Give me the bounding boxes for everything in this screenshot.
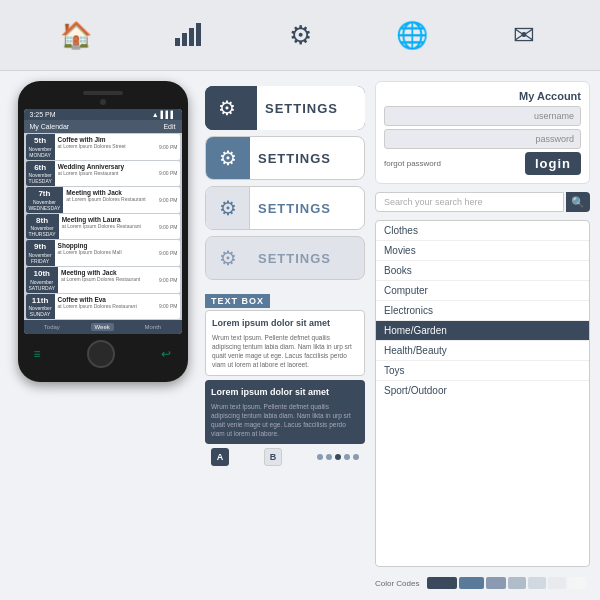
mail-icon[interactable]: ✉ [499,10,549,60]
color-swatch [459,577,484,589]
calendar-event: 7th November WEDNESDAY Meeting with Jack… [26,187,180,213]
color-codes-section: Color Codes [375,575,590,591]
dot-3[interactable] [335,454,341,460]
forgot-password-link[interactable]: forgot password [384,159,441,168]
category-item[interactable]: Books [376,261,589,281]
svg-rect-2 [189,28,194,46]
category-item[interactable]: Movies [376,241,589,261]
dot-5[interactable] [353,454,359,460]
dots-row [317,454,359,460]
category-item[interactable]: Sport/Outdoor [376,381,589,400]
phone-speaker [83,91,123,95]
phone-home-button[interactable] [87,340,115,368]
globe-icon[interactable]: 🌐 [387,10,437,60]
calendar-event: 5th November MONDAY Coffee with Jim at L… [26,134,180,160]
page-letter-b[interactable]: B [264,448,282,466]
color-swatch [427,577,457,589]
textbox-area-2: Lorem ipsum dolor sit amet Wrum text Ips… [205,380,365,444]
category-item[interactable]: Clothes [376,221,589,241]
account-section: My Account username password forgot pass… [375,81,590,184]
svg-rect-3 [196,23,201,46]
back-icon[interactable]: ↩ [161,347,171,361]
phone-camera [100,99,106,105]
search-button[interactable]: 🔍 [566,192,590,212]
account-footer: forgot password login [384,152,581,175]
settings-btn-2[interactable]: ⚙ SETTINGS [205,136,365,180]
settings-btn-3[interactable]: ⚙ SETTINGS [205,186,365,230]
textbox-section: TEXT BOX Lorem ipsum dolor sit amet Wrum… [205,290,365,470]
category-item[interactable]: Toys [376,361,589,381]
tab-today[interactable]: Today [40,323,64,331]
textbox-body-2: Wrum text Ipsum. Pellente defmet qualiis… [211,402,359,438]
calendar-items: 5th November MONDAY Coffee with Jim at L… [24,134,182,319]
calendar-event: 9th November FRIDAY Shopping at Lorem Ip… [26,240,180,266]
swatches-row [427,577,586,589]
phone-status-bar: 3:25 PM ▲ ▌▌▌ [24,109,182,120]
main-content: 3:25 PM ▲ ▌▌▌ My Calendar Edit 5th Novem… [0,71,600,600]
textbox-title-2: Lorem ipsum dolor sit amet [211,386,359,399]
middle-panel: ⚙ SETTINGS ⚙ SETTINGS ⚙ SETTINGS ⚙ SETTI… [205,81,365,591]
search-input[interactable]: Search your search here [375,192,564,212]
dot-4[interactable] [344,454,350,460]
phone-time: 3:25 PM [30,111,56,118]
svg-rect-0 [175,38,180,46]
category-list: ClothesMoviesBooksComputerElectronicsHom… [375,220,590,567]
settings-icon-1: ⚙ [205,86,249,130]
login-button[interactable]: login [525,152,581,175]
color-swatch [486,577,506,589]
settings-btn-1[interactable]: ⚙ SETTINGS [205,86,365,130]
home-icon[interactable]: 🏠 [51,10,101,60]
settings-icon-4: ⚙ [206,236,250,280]
calendar-edit[interactable]: Edit [163,123,175,130]
category-item[interactable]: Computer [376,281,589,301]
search-row: Search your search here 🔍 [375,192,590,212]
phone-screen: 3:25 PM ▲ ▌▌▌ My Calendar Edit 5th Novem… [24,109,182,334]
category-item[interactable]: Electronics [376,301,589,321]
category-item[interactable]: Health/Beauty [376,341,589,361]
svg-rect-1 [182,33,187,46]
settings-label-2: SETTINGS [258,151,331,166]
phone-signals: ▲ ▌▌▌ [152,111,176,118]
color-swatch [568,577,586,589]
calendar-event: 6th November TUESDAY Wedding Anniversary… [26,161,180,187]
settings-label-3: SETTINGS [258,201,331,216]
calendar-event: 11th November SUNDAY Coffee with Eva at … [26,294,180,320]
phone-header: My Calendar Edit [24,120,182,133]
pagination: A B [205,444,365,470]
signal-icon[interactable] [163,10,213,60]
calendar-title: My Calendar [30,123,70,130]
username-field[interactable]: username [384,106,581,126]
right-panel: My Account username password forgot pass… [375,81,590,591]
tab-month[interactable]: Month [140,323,165,331]
settings-icon[interactable]: ⚙ [275,10,325,60]
dot-2[interactable] [326,454,332,460]
category-item[interactable]: Home/Garden [376,321,589,341]
password-field[interactable]: password [384,129,581,149]
color-swatch [548,577,566,589]
phone: 3:25 PM ▲ ▌▌▌ My Calendar Edit 5th Novem… [18,81,188,382]
settings-icon-2: ⚙ [206,136,250,180]
color-swatch [528,577,546,589]
menu-icon[interactable]: ≡ [34,347,41,361]
settings-btn-4[interactable]: ⚙ SETTINGS [205,236,365,280]
settings-icon-3: ⚙ [206,186,250,230]
textbox-body-1: Wrum text Ipsum. Pellente defmet qualiis… [212,333,358,369]
settings-label-1: SETTINGS [257,86,365,130]
textbox-area-1: Lorem ipsum dolor sit amet Wrum text Ips… [205,310,365,376]
page-letter-a[interactable]: A [211,448,229,466]
phone-tabs: Today Week Month [24,320,182,334]
account-title: My Account [384,90,581,102]
top-bar: 🏠 ⚙ 🌐 ✉ [0,0,600,71]
settings-label-4: SETTINGS [258,251,331,266]
calendar-event: 10th November SATURDAY Meeting with Jack… [26,267,180,293]
calendar-event: 8th November THURSDAY Meeting with Laura… [26,214,180,240]
phone-container: 3:25 PM ▲ ▌▌▌ My Calendar Edit 5th Novem… [10,81,195,591]
textbox-title-1: Lorem ipsum dolor sit amet [212,317,358,330]
phone-home-area: ≡ ↩ [24,334,182,374]
color-codes-label: Color Codes [375,579,419,588]
textbox-label: TEXT BOX [205,294,270,308]
color-swatch [508,577,526,589]
tab-week[interactable]: Week [91,323,114,331]
dot-1[interactable] [317,454,323,460]
